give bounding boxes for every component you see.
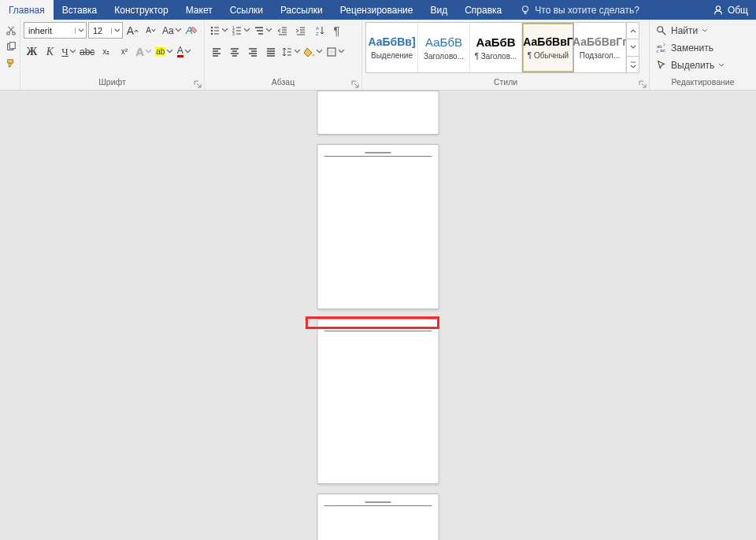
justify-icon [265, 46, 276, 57]
shrink-font-button[interactable]: A [143, 22, 159, 39]
caret-down-icon [243, 27, 250, 34]
group-paragraph: 123 AZ ¶ Абзац [205, 20, 362, 90]
caret-down-icon [184, 48, 191, 55]
style-item-0[interactable]: АаБбВв]Выделение [366, 23, 418, 72]
spacer [649, 0, 705, 20]
group-editing-label: Редактирование [650, 77, 756, 90]
align-center-button[interactable] [226, 43, 243, 60]
multilevel-icon [254, 25, 265, 36]
bullets-button[interactable] [208, 22, 228, 39]
increase-indent-button[interactable] [292, 22, 309, 39]
highlight-button[interactable]: ab [154, 43, 173, 60]
underline-button[interactable]: Ч [60, 43, 76, 60]
bullets-icon [209, 25, 220, 36]
indent-icon [295, 25, 306, 36]
group-paragraph-label: Абзац [205, 77, 361, 90]
select-button[interactable]: Выделить [653, 57, 751, 73]
tab-references[interactable]: Ссылки [221, 0, 272, 20]
find-label: Найти [671, 25, 698, 36]
tab-insert[interactable]: Вставка [54, 0, 106, 20]
replace-icon: abac [656, 43, 667, 54]
replace-label: Заменить [671, 43, 713, 54]
svg-text:3: 3 [232, 31, 235, 36]
caret-up-icon [630, 28, 636, 34]
scissors-icon [6, 25, 17, 36]
group-editing: Найти abac Заменить Выделить Редактирова… [650, 20, 756, 90]
sort-icon: AZ [314, 25, 325, 36]
page-thumbnail-2[interactable] [317, 144, 439, 309]
copy-button[interactable] [2, 39, 19, 55]
sort-button[interactable]: AZ [310, 22, 327, 39]
style-sample: АаБбВ [425, 35, 462, 49]
gallery-up-button[interactable] [627, 23, 639, 39]
select-label: Выделить [671, 60, 714, 71]
style-item-1[interactable]: АаБбВЗаголово... [418, 23, 470, 72]
dialog-launcher-icon[interactable] [639, 80, 647, 88]
tab-review[interactable]: Рецензирование [332, 0, 422, 20]
gallery-down-button[interactable] [627, 39, 639, 56]
document-area[interactable] [0, 91, 756, 540]
grow-font-button[interactable]: A [124, 22, 141, 39]
style-item-4[interactable]: АаБбВвГгПодзагол... [574, 23, 626, 72]
font-name-select[interactable]: inherit [24, 22, 87, 39]
justify-button[interactable] [262, 43, 279, 60]
align-left-button[interactable] [208, 43, 224, 60]
tell-me-search[interactable]: Что вы хотите сделать? [510, 0, 649, 20]
caret-down-icon [294, 48, 301, 55]
change-case-button[interactable]: Aa [161, 22, 182, 39]
clipboard-tools [2, 21, 19, 77]
styles-gallery: АаБбВв]ВыделениеАаБбВЗаголово...АаБбВ¶ З… [365, 22, 639, 73]
tab-home[interactable]: Главная [0, 0, 54, 20]
superscript-button[interactable]: x² [116, 43, 132, 60]
caret-down-icon [316, 48, 323, 55]
line-spacing-button[interactable] [280, 43, 301, 60]
svg-point-2 [6, 32, 9, 35]
cursor-icon [656, 60, 667, 71]
subscript-button[interactable]: x₂ [98, 43, 114, 60]
shading-button[interactable] [302, 43, 323, 60]
tab-design[interactable]: Конструктор [106, 0, 176, 20]
lightbulb-icon [520, 5, 531, 16]
tab-help[interactable]: Справка [456, 0, 510, 20]
tab-layout[interactable]: Макет [177, 0, 221, 20]
caret-down-icon [166, 48, 173, 55]
page-thumbnail-4[interactable] [317, 494, 439, 540]
person-icon [713, 5, 724, 16]
numbering-button[interactable]: 123 [230, 22, 250, 39]
style-item-2[interactable]: АаБбВ¶ Заголов... [470, 23, 522, 72]
caret-up-icon [134, 28, 139, 33]
dialog-launcher-icon[interactable] [194, 80, 202, 88]
style-sample: АаБбВв] [368, 35, 415, 48]
style-sample: АаБбВ [476, 35, 515, 49]
multilevel-list-button[interactable] [252, 22, 272, 39]
dialog-launcher-icon[interactable] [351, 80, 359, 88]
line-spacing-icon [282, 46, 293, 57]
page-thumbnail-1[interactable] [317, 91, 439, 135]
italic-button[interactable]: К [42, 43, 58, 60]
group-font-label: Шрифт [20, 77, 204, 90]
svg-point-17 [658, 27, 663, 32]
style-item-3[interactable]: АаБбВвГ¶ Обычный [522, 23, 574, 72]
bold-button[interactable]: Ж [24, 43, 40, 60]
caret-down-icon [718, 60, 724, 71]
gallery-more-button[interactable] [627, 57, 639, 72]
pages-container [317, 91, 439, 540]
share-button[interactable]: Общ [705, 0, 756, 20]
find-button[interactable]: Найти [653, 23, 751, 39]
strikethrough-button[interactable]: abc [78, 43, 96, 60]
format-painter-button[interactable] [2, 56, 19, 72]
tab-mailings[interactable]: Рассылки [272, 0, 332, 20]
decrease-indent-button[interactable] [274, 22, 291, 39]
cut-button[interactable] [2, 23, 19, 39]
clear-formatting-button[interactable]: A [183, 22, 201, 39]
font-size-select[interactable]: 12 [88, 22, 123, 39]
text-effects-button[interactable]: A [134, 43, 152, 60]
borders-button[interactable] [324, 43, 345, 60]
group-clipboard-label [0, 77, 20, 90]
page-thumbnail-3[interactable] [317, 319, 439, 484]
align-right-button[interactable] [244, 43, 261, 60]
font-color-button[interactable]: A [175, 43, 191, 60]
show-marks-button[interactable]: ¶ [328, 22, 345, 39]
tab-view[interactable]: Вид [421, 0, 456, 20]
replace-button[interactable]: abac Заменить [653, 40, 751, 56]
